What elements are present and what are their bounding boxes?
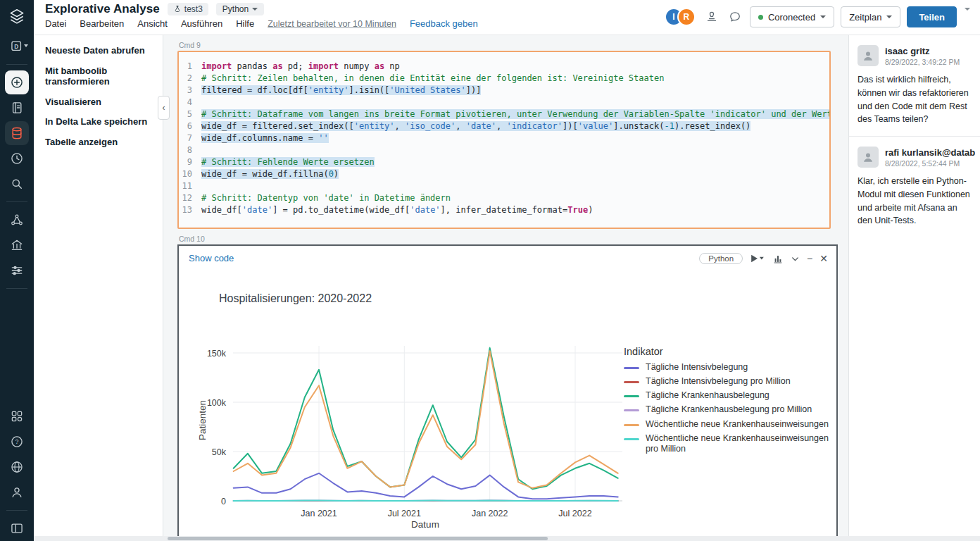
sidebar-item-workflows[interactable] — [5, 259, 29, 282]
legend-item[interactable]: Wöchentliche neue Krankenhauseinweisunge… — [624, 433, 835, 455]
legend-label: Tägliche Krankenhausbelegung pro Million — [646, 404, 812, 416]
code-text[interactable]: # Schritt: Datentyp von 'date' in Dateti… — [201, 192, 829, 204]
code-line[interactable]: 6wide_df = filtered.set_index(['entity',… — [179, 120, 829, 132]
chevron-down-icon[interactable] — [791, 254, 800, 263]
code-line[interactable]: 11 — [179, 180, 829, 192]
code-text[interactable]: filtered = df.loc[df['entity'].isin(['Un… — [201, 85, 829, 97]
line-number: 5 — [179, 108, 201, 120]
horizontal-scrollbar[interactable] — [34, 536, 980, 541]
run-cell-button[interactable] — [750, 254, 765, 263]
code-text[interactable] — [201, 144, 829, 156]
menu-item-hilfe[interactable]: Hilfe — [236, 18, 254, 29]
plus-circle-icon — [10, 75, 24, 89]
last-edited-link[interactable]: Zuletzt bearbeitet vor 10 Minuten — [268, 19, 396, 29]
notebook-title[interactable]: Explorative Analyse — [45, 2, 160, 16]
experiment-badge[interactable]: test3 — [168, 3, 208, 15]
legend-item[interactable]: Tägliche Intensivbelegung pro Million — [624, 376, 835, 387]
menu-item-ausfuehren[interactable]: Ausführen — [181, 18, 222, 29]
sidebar-item-recents[interactable] — [5, 147, 29, 170]
code-text[interactable]: # Schritt: Dataframe vom langen ins brei… — [201, 108, 829, 120]
more-chevron-button[interactable] — [963, 9, 972, 25]
comment-timestamp: 8/28/2022, 5:52:44 PM — [885, 159, 975, 168]
language-dropdown[interactable]: Python — [216, 3, 264, 15]
minimize-cell-button[interactable]: − — [807, 254, 812, 263]
action-item-bamboolib[interactable]: Mit bamboolib transformieren — [45, 66, 163, 87]
menu-item-datei[interactable]: Datei — [45, 18, 66, 29]
share-button[interactable]: Teilen — [907, 6, 957, 27]
menu-item-bearbeiten[interactable]: Bearbeiten — [80, 18, 124, 29]
action-item-visualize[interactable]: Visualisieren — [45, 97, 163, 108]
code-line[interactable]: 5# Schritt: Dataframe vom langen ins bre… — [179, 108, 829, 120]
line-number: 8 — [179, 144, 201, 156]
code-text[interactable]: # Schritt: Zeilen behalten, in denen die… — [201, 73, 829, 85]
comments-icon[interactable] — [727, 8, 743, 25]
sidebar-item-panel-toggle[interactable] — [5, 516, 29, 540]
legend-item[interactable]: Tägliche Krankenhausbelegung — [624, 390, 835, 402]
language-dropdown-label: Python — [222, 4, 249, 14]
sidebar-item-notebooks[interactable] — [5, 96, 29, 120]
code-text[interactable] — [201, 97, 829, 108]
code-line[interactable]: 7wide_df.columns.name = '' — [179, 132, 829, 144]
legend-item[interactable]: Tägliche Krankenhausbelegung pro Million — [624, 404, 835, 416]
sidebar-item-experiments[interactable] — [5, 208, 29, 232]
code-cell[interactable]: 1import pandas as pd; import numpy as np… — [177, 51, 831, 229]
sidebar-item-language[interactable] — [5, 455, 29, 479]
schedule-button[interactable]: Zeitplan — [841, 6, 900, 27]
code-text[interactable]: wide_df = wide_df.fillna(0) — [201, 168, 829, 180]
legend-swatch — [624, 395, 639, 397]
cell-label: Cmd 9 — [179, 41, 848, 49]
code-line[interactable]: 2# Schritt: Zeilen behalten, in denen di… — [179, 73, 829, 85]
divider — [6, 510, 27, 511]
experiments-icon — [10, 213, 24, 227]
code-text[interactable] — [201, 180, 829, 192]
sidebar-item-account[interactable] — [5, 480, 29, 504]
sidebar-item-search[interactable] — [5, 172, 29, 196]
sidebar-item-partner-connect[interactable] — [5, 233, 29, 257]
sliders-icon — [10, 263, 24, 278]
databricks-logo-icon[interactable] — [5, 4, 29, 28]
legend-label: Wöchentliche neue Krankenhauseinweisunge… — [646, 419, 829, 430]
code-text[interactable]: # Schritt: Fehlende Werte ersetzen — [201, 156, 829, 168]
notebook-icon — [10, 101, 24, 115]
code-line[interactable]: 9# Schritt: Fehlende Werte ersetzen — [179, 156, 829, 168]
commenter-name: rafi kurlansik@datab... — [885, 147, 975, 158]
share-label: Teilen — [919, 12, 945, 23]
workspace-switcher[interactable]: D — [5, 35, 29, 58]
svg-text:150k: 150k — [207, 349, 227, 359]
action-item-show-table[interactable]: Tabelle anzeigen — [45, 137, 163, 148]
code-line[interactable]: 13wide_df['date'] = pd.to_datetime(wide_… — [179, 204, 829, 216]
legend-item[interactable]: Wöchentliche neue Krankenhauseinweisunge… — [624, 419, 835, 430]
cell-language-pill[interactable]: Python — [699, 253, 743, 264]
stamp-icon[interactable] — [703, 8, 720, 25]
code-line[interactable]: 8 — [179, 144, 829, 156]
code-text[interactable]: wide_df = filtered.set_index(['entity', … — [201, 120, 829, 132]
code-line[interactable]: 10wide_df = wide_df.fillna(0) — [179, 168, 829, 180]
code-editor[interactable]: 1import pandas as pd; import numpy as np… — [179, 61, 829, 216]
code-text[interactable]: wide_df.columns.name = '' — [201, 132, 829, 144]
code-line[interactable]: 1import pandas as pd; import numpy as np — [179, 61, 829, 73]
sidebar-item-create[interactable] — [5, 70, 29, 94]
sidebar-item-help[interactable]: ? — [5, 430, 29, 454]
sidebar-item-data[interactable] — [5, 121, 29, 145]
show-code-link[interactable]: Show code — [189, 253, 234, 263]
code-line[interactable]: 12# Schritt: Datentyp von 'date' in Date… — [179, 192, 829, 204]
code-line[interactable]: 4 — [179, 97, 829, 108]
action-item-fetch-data[interactable]: Neueste Daten abrufen — [45, 45, 163, 56]
sidebar-item-marketplace[interactable] — [5, 404, 29, 428]
feedback-link[interactable]: Feedback geben — [410, 18, 478, 29]
chart-options-icon[interactable] — [772, 254, 784, 264]
close-cell-button[interactable]: ✕ — [819, 254, 828, 263]
cell-label: Cmd 10 — [179, 235, 848, 243]
legend-item[interactable]: Tägliche Intensivbelegung — [624, 362, 835, 373]
menu-item-ansicht[interactable]: Ansicht — [137, 18, 168, 29]
scrollbar-thumb[interactable] — [168, 537, 548, 540]
panel-collapse-handle[interactable]: ‹ — [158, 96, 170, 120]
action-item-delta-lake[interactable]: In Delta Lake speichern — [45, 116, 163, 128]
presence-avatars[interactable]: I R — [665, 8, 696, 26]
code-text[interactable]: import pandas as pd; import numpy as np — [201, 61, 829, 73]
avatar[interactable]: R — [677, 8, 696, 26]
code-line[interactable]: 3filtered = df.loc[df['entity'].isin(['U… — [179, 85, 829, 97]
chart-x-axis-label: Datum — [383, 519, 467, 530]
code-text[interactable]: wide_df['date'] = pd.to_datetime(wide_df… — [201, 204, 829, 216]
cluster-dropdown[interactable]: Coronected — [750, 6, 834, 27]
